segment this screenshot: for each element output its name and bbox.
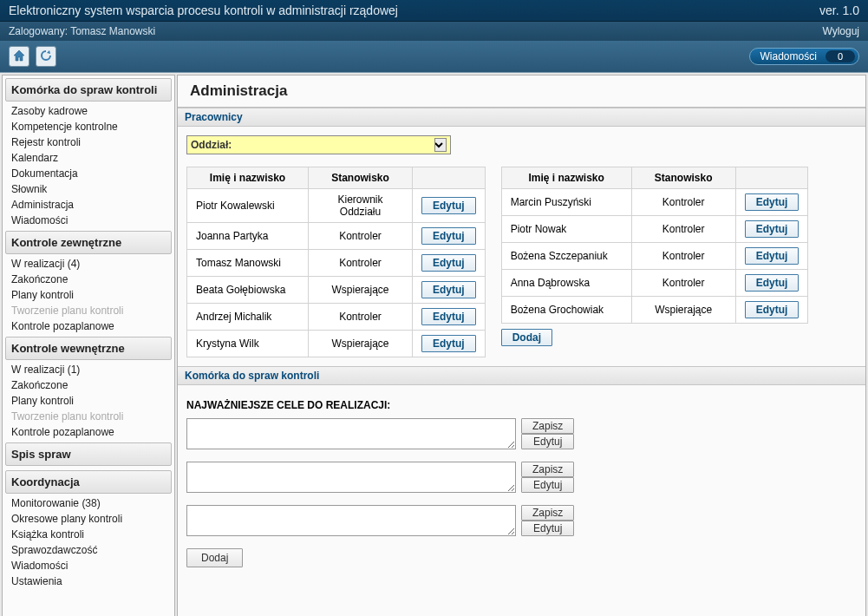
sidebar-item[interactable]: W realizacji (1)	[3, 362, 174, 377]
cell-position: Kontroler	[309, 250, 413, 277]
sidebar-item[interactable]: Rejestr kontroli	[3, 134, 174, 150]
sidebar-item[interactable]: Kontrole pozaplanowe	[3, 318, 174, 334]
th-action	[735, 167, 808, 189]
edit-button[interactable]: Edytuj	[745, 301, 799, 318]
edit-button[interactable]: Edytuj	[421, 197, 476, 214]
home-button[interactable]	[9, 46, 29, 67]
th-name: Imię i nazwisko	[187, 167, 309, 189]
th-position: Stanowisko	[631, 167, 735, 189]
goal-input[interactable]	[186, 462, 516, 493]
cell-position: Wspierające	[309, 277, 413, 304]
messages-count: 0	[826, 50, 855, 62]
cell-position: Kontroler	[631, 189, 735, 216]
sidebar-item[interactable]: Kompetencje kontrolne	[3, 119, 174, 134]
cell-name: Andrzej Michalik	[187, 304, 309, 331]
edit-button[interactable]: Edytuj	[745, 247, 799, 265]
save-goal-button[interactable]: Zapisz	[521, 462, 574, 477]
sidebar-section-header[interactable]: Komórka do spraw kontroli	[5, 78, 172, 102]
sidebar-item[interactable]: Wiadomości	[3, 558, 174, 573]
goals-heading: NAJWAŻNIEJSZE CELE DO REALIZACJI:	[186, 399, 857, 411]
sidebar-item[interactable]: Książka kontroli	[3, 527, 174, 542]
sidebar-item[interactable]: Sprawozdawczość	[3, 542, 174, 558]
cell-action: Edytuj	[413, 189, 486, 223]
app-version: ver. 1.0	[819, 3, 859, 17]
sidebar-item[interactable]: W realizacji (4)	[3, 256, 174, 272]
cell-position: Kontroler	[631, 216, 735, 243]
cell-name: Krystyna Wilk	[187, 331, 309, 357]
edit-button[interactable]: Edytuj	[421, 308, 476, 325]
cell-name: Piotr Kowalewski	[187, 189, 309, 223]
sidebar-item[interactable]: Zakończone	[3, 377, 174, 393]
app-title: Elektroniczny system wsparcia procesu ko…	[9, 3, 398, 17]
refresh-icon	[39, 49, 53, 65]
add-goal-button[interactable]: Dodaj	[186, 548, 243, 567]
edit-button[interactable]: Edytuj	[421, 254, 476, 272]
cell-position: Kierownik Oddziału	[309, 189, 413, 223]
app-header: Elektroniczny system wsparcia procesu ko…	[0, 0, 868, 22]
sidebar-item[interactable]: Okresowe plany kontroli	[3, 511, 174, 527]
th-name: Imię i nazwisko	[501, 167, 631, 189]
table-row: Marcin PuszyńskiKontrolerEdytuj	[501, 189, 808, 216]
cell-name: Tomasz Manowski	[187, 250, 309, 277]
table-row: Piotr KowalewskiKierownik OddziałuEdytuj	[187, 189, 486, 223]
table-row: Beata GołębiowskaWspierająceEdytuj	[187, 277, 486, 304]
cell-position: Kontroler	[631, 243, 735, 270]
goal-row: ZapiszEdytuj	[186, 462, 857, 493]
sidebar-item[interactable]: Plany kontroli	[3, 393, 174, 409]
employee-table-right-wrap: Imię i nazwisko Stanowisko Marcin Puszyń…	[501, 167, 809, 346]
employee-tables: Imię i nazwisko Stanowisko Piotr Kowalew…	[186, 167, 857, 357]
toolbar-left	[9, 46, 60, 67]
sidebar-item[interactable]: Plany kontroli	[3, 287, 174, 303]
cell-name: Anna Dąbrowska	[501, 270, 631, 297]
department-select-row[interactable]: Oddział:	[186, 135, 451, 154]
sidebar-section-header[interactable]: Spis spraw	[5, 442, 172, 466]
edit-button[interactable]: Edytuj	[745, 193, 799, 211]
goal-input[interactable]	[186, 418, 516, 449]
sidebar-item[interactable]: Ustawienia	[3, 573, 174, 589]
edit-goal-button[interactable]: Edytuj	[521, 477, 574, 493]
edit-goal-button[interactable]: Edytuj	[521, 434, 574, 449]
cell-name: Marcin Puszyński	[501, 189, 631, 216]
sidebar-item[interactable]: Zasoby kadrowe	[3, 103, 174, 119]
cell-position: Wspierające	[309, 331, 413, 357]
department-select[interactable]	[434, 138, 447, 152]
edit-button[interactable]: Edytuj	[421, 227, 476, 245]
cell-action: Edytuj	[413, 304, 486, 331]
sidebar-section-header[interactable]: Koordynacja	[5, 470, 172, 494]
sidebar-item[interactable]: Dokumentacja	[3, 166, 174, 181]
cell-name: Bożena Szczepaniuk	[501, 243, 631, 270]
edit-goal-button[interactable]: Edytuj	[521, 521, 574, 536]
cell-action: Edytuj	[413, 223, 486, 250]
goals-list: ZapiszEdytujZapiszEdytujZapiszEdytuj	[186, 418, 857, 536]
edit-button[interactable]: Edytuj	[421, 335, 476, 352]
employee-table-right: Imię i nazwisko Stanowisko Marcin Puszyń…	[501, 167, 809, 324]
sidebar-item[interactable]: Zakończone	[3, 272, 174, 287]
sidebar-item[interactable]: Słownik	[3, 181, 174, 197]
goal-input[interactable]	[186, 505, 516, 536]
sidebar-item[interactable]: Kalendarz	[3, 150, 174, 166]
sidebar-item[interactable]: Wiadomości	[3, 213, 174, 228]
add-employee-button[interactable]: Dodaj	[501, 329, 552, 346]
sidebar-item[interactable]: Monitorowanie (38)	[3, 495, 174, 511]
cell-action: Edytuj	[735, 189, 808, 216]
refresh-button[interactable]	[36, 46, 56, 67]
cell-action: Edytuj	[735, 297, 808, 324]
edit-button[interactable]: Edytuj	[745, 220, 799, 238]
save-goal-button[interactable]: Zapisz	[521, 418, 574, 434]
save-goal-button[interactable]: Zapisz	[521, 505, 574, 521]
cell-action: Edytuj	[413, 277, 486, 304]
sidebar-section-header[interactable]: Kontrole zewnętrzne	[5, 231, 172, 254]
edit-button[interactable]: Edytuj	[745, 274, 799, 292]
sidebar-item[interactable]: Administracja	[3, 197, 174, 213]
cell-action: Edytuj	[735, 216, 808, 243]
cell-position: Wspierające	[631, 297, 735, 324]
sidebar-section-header[interactable]: Kontrole wewnętrzne	[5, 337, 172, 360]
table-row: Anna DąbrowskaKontrolerEdytuj	[501, 270, 808, 297]
table-row: Piotr NowakKontrolerEdytuj	[501, 216, 808, 243]
messages-button[interactable]: Wiadomości 0	[749, 48, 859, 65]
messages-label: Wiadomości	[760, 50, 817, 62]
sidebar-item[interactable]: Kontrole pozaplanowe	[3, 424, 174, 440]
employees-panel-body: Oddział: Imię i nazwisko Stanowisko Piot…	[178, 127, 865, 366]
logout-link[interactable]: Wyloguj	[822, 25, 859, 37]
edit-button[interactable]: Edytuj	[421, 281, 476, 298]
